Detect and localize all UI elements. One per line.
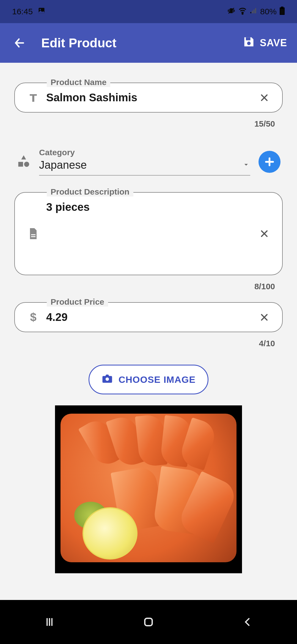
svg-point-1 <box>40 9 41 10</box>
svg-point-15 <box>24 162 29 167</box>
vibrate-icon <box>227 7 235 17</box>
app-bar: Edit Product SAVE <box>0 23 297 63</box>
add-category-button[interactable] <box>258 151 280 173</box>
svg-rect-8 <box>255 8 256 13</box>
svg-rect-14 <box>18 162 23 167</box>
status-bar: 16:45 80% <box>0 0 297 23</box>
svg-rect-12 <box>246 37 251 40</box>
save-disk-icon <box>243 36 255 50</box>
dollar-icon: $ <box>26 311 41 324</box>
svg-point-4 <box>242 13 243 14</box>
system-nav-bar <box>0 600 297 644</box>
chevron-down-icon <box>242 160 250 170</box>
product-name-input[interactable] <box>41 83 257 112</box>
status-time: 16:45 <box>12 7 33 16</box>
page-title: Edit Product <box>41 36 243 50</box>
camera-icon <box>101 373 113 386</box>
nav-back-button[interactable] <box>237 611 258 633</box>
name-counter: 15/50 <box>14 119 275 129</box>
save-button[interactable]: SAVE <box>243 36 287 50</box>
category-value: Japanese <box>39 159 242 171</box>
back-button[interactable] <box>10 33 29 53</box>
status-battery-text: 80% <box>260 7 277 16</box>
nav-home-button[interactable] <box>138 611 160 633</box>
category-icon <box>16 154 31 170</box>
price-input[interactable] <box>41 303 257 332</box>
category-dropdown[interactable]: Category Japanese <box>39 148 250 176</box>
category-field: Category Japanese <box>14 148 283 176</box>
product-name-field: Product Name 15/50 <box>14 83 283 129</box>
category-label: Category <box>39 148 250 157</box>
svg-rect-7 <box>254 9 255 13</box>
gallery-indicator-icon <box>38 7 45 17</box>
battery-icon <box>279 7 285 17</box>
svg-rect-11 <box>280 9 284 14</box>
svg-rect-22 <box>145 618 152 626</box>
clear-price-button[interactable] <box>257 310 271 324</box>
svg-rect-9 <box>281 7 284 7</box>
save-label: SAVE <box>260 37 287 49</box>
nav-recent-button[interactable] <box>38 611 61 633</box>
description-input[interactable]: 3 pieces <box>41 199 257 268</box>
product-name-label: Product Name <box>47 78 110 87</box>
text-icon <box>26 92 41 104</box>
price-label: Product Price <box>47 297 108 307</box>
clear-name-button[interactable] <box>257 91 271 105</box>
product-description-field: Product Description 3 pieces 8/100 <box>14 192 283 291</box>
price-counter: 4/10 <box>14 339 275 348</box>
choose-image-label: CHOOSE IMAGE <box>119 374 196 385</box>
svg-rect-6 <box>252 11 253 13</box>
svg-point-18 <box>106 378 109 381</box>
svg-rect-5 <box>250 12 251 13</box>
svg-rect-16 <box>31 234 35 235</box>
wifi-icon <box>238 6 247 17</box>
description-label: Product Description <box>47 187 133 197</box>
signal-icon <box>250 7 257 17</box>
product-image[interactable] <box>55 405 242 573</box>
product-price-field: Product Price $ 4/10 <box>14 302 283 348</box>
svg-point-13 <box>247 42 251 45</box>
choose-image-button[interactable]: CHOOSE IMAGE <box>89 365 208 394</box>
document-icon <box>26 227 41 240</box>
clear-description-button[interactable] <box>257 227 271 241</box>
svg-rect-17 <box>31 236 35 237</box>
description-counter: 8/100 <box>14 282 275 291</box>
